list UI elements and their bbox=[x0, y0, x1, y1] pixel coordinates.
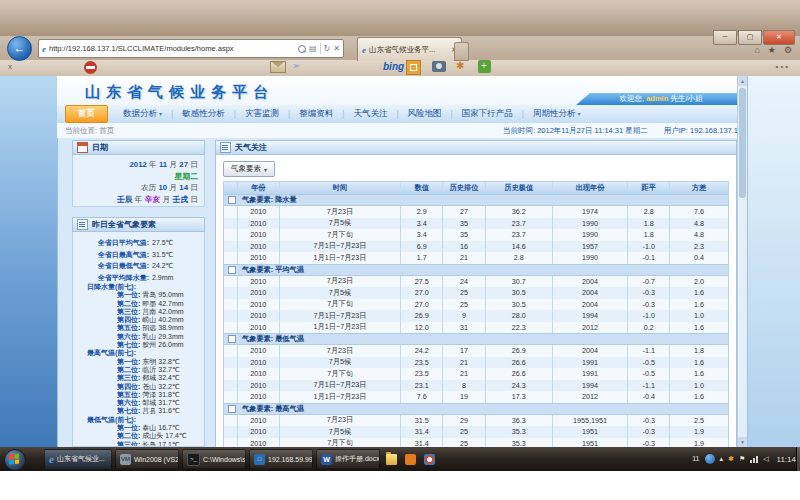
breadcrumb: 当前位置: 首页 bbox=[65, 126, 114, 136]
column-header[interactable] bbox=[224, 182, 238, 194]
table-row[interactable]: 20107月23日2.92736.219742.87.6 bbox=[224, 206, 728, 218]
volume-icon[interactable]: ◁ bbox=[763, 454, 768, 464]
table-row[interactable]: 20107月1日~7月23日23.1824.31994-1.11.0 bbox=[224, 380, 728, 392]
stop-icon[interactable]: ✕ bbox=[333, 45, 340, 53]
date-panel-header: 日期 bbox=[72, 140, 205, 155]
blocked-site-icon bbox=[84, 61, 97, 74]
chevron-down-icon: ▾ bbox=[159, 111, 162, 117]
close-button[interactable]: ✕ bbox=[763, 30, 795, 45]
nav-item-8[interactable]: 国家下行产品 bbox=[453, 108, 522, 120]
table-row[interactable]: 20101月1日~7月23日12.03122.320120.21.6 bbox=[224, 322, 728, 334]
table-row[interactable]: 20107月1日~7月23日6.91614.61957-1.02.3 bbox=[224, 241, 728, 253]
bing-logo[interactable]: bing bbox=[383, 61, 404, 72]
show-hidden-icons[interactable]: ▴ bbox=[720, 454, 724, 464]
address-bar[interactable]: e http://192.168.137.1/SLCCLIMATE/module… bbox=[38, 39, 344, 58]
scroll-up-icon[interactable]: ▲ bbox=[738, 76, 747, 86]
nav-item-5[interactable]: 整编资料 bbox=[290, 108, 342, 120]
main-navigation: 首页数据分析▾|敏感性分析|灾害监测|整编资料|天气关注|风险地图|国家下行产品… bbox=[57, 105, 746, 124]
row-lead-cell bbox=[224, 287, 238, 299]
snapshot-icon[interactable] bbox=[432, 61, 446, 72]
column-header[interactable]: 出现年份 bbox=[553, 182, 629, 194]
send-page-icon[interactable]: ➢ bbox=[292, 60, 300, 71]
table-cell: 2004 bbox=[553, 276, 629, 288]
column-header[interactable]: 距平 bbox=[628, 182, 670, 194]
taskbar-window-4[interactable]: □192.168.59.99... bbox=[249, 449, 313, 469]
table-row[interactable]: 20107月1日~7月23日26.9928.01994-1.01.0 bbox=[224, 310, 728, 322]
column-header[interactable]: 时间 bbox=[280, 182, 402, 194]
taskbar-window-3[interactable]: >_C:\Windows\s... bbox=[182, 449, 246, 469]
table-row[interactable]: 20107月5候27.02530.52004-0.31.6 bbox=[224, 287, 728, 299]
mail-icon[interactable] bbox=[270, 61, 286, 73]
table-row[interactable]: 20107月5候23.52126.61991-0.51.6 bbox=[224, 357, 728, 369]
network-icon[interactable] bbox=[750, 455, 758, 463]
tab-title[interactable]: 山东省气候业务平... bbox=[369, 45, 448, 55]
table-row[interactable]: 20107月23日31.52936.31955,1951-0.32.5 bbox=[224, 415, 728, 427]
pinned-app-icon[interactable] bbox=[405, 454, 416, 465]
row-lead-cell bbox=[224, 252, 238, 264]
column-header[interactable]: 方差 bbox=[670, 182, 728, 194]
table-row[interactable]: 20101月1日~7月23日7.61917.32012-0.41.6 bbox=[224, 391, 728, 403]
group-checkbox[interactable] bbox=[228, 405, 236, 413]
more-options-icon[interactable]: ••• bbox=[776, 62, 790, 71]
url-text[interactable]: http://192.168.137.1/SLCCLIMATE/modules/… bbox=[49, 44, 295, 53]
table-row[interactable]: 20107月5候31.42535.31951-0.31.9 bbox=[224, 426, 728, 438]
quick-launch-icon[interactable] bbox=[30, 454, 41, 465]
nav-item-4[interactable]: 灾害监测 bbox=[236, 108, 288, 120]
action-center-flag-icon[interactable]: ⚑ bbox=[739, 454, 745, 464]
nav-item-2[interactable]: 数据分析▾ bbox=[114, 108, 171, 120]
taskbar-window-1[interactable]: e山东省气候业... bbox=[44, 449, 112, 469]
element-filter-button[interactable]: 气象要素 ▾ bbox=[223, 161, 275, 177]
group-checkbox[interactable] bbox=[228, 196, 236, 204]
window-controls: ─ ▢ ✕ bbox=[713, 30, 795, 45]
table-row[interactable]: 20101月1日~7月23日1.7212.81990-0.10.4 bbox=[224, 252, 728, 264]
column-header[interactable]: 历史排位 bbox=[443, 182, 486, 194]
column-header[interactable]: 数值 bbox=[401, 182, 443, 194]
table-row[interactable]: 20107月23日27.52430.72004-0.72.0 bbox=[224, 276, 728, 288]
table-cell: 31.4 bbox=[401, 426, 443, 438]
explorer-folder-icon[interactable] bbox=[386, 454, 397, 465]
table-row[interactable]: 20107月下旬27.02530.52004-0.31.6 bbox=[224, 299, 728, 311]
clock[interactable]: 11:14 bbox=[777, 455, 796, 464]
table-row[interactable]: 20107月下旬23.52126.61991-0.51.6 bbox=[224, 368, 728, 380]
column-header[interactable]: 年份 bbox=[238, 182, 280, 194]
nav-item-3[interactable]: 敏感性分析 bbox=[173, 108, 234, 120]
scroll-down-icon[interactable]: ▼ bbox=[738, 437, 747, 447]
refresh-icon[interactable]: ↻ bbox=[324, 45, 331, 53]
group-checkbox[interactable] bbox=[228, 335, 236, 343]
close-pane-icon[interactable]: x bbox=[8, 62, 12, 71]
settings-gear-icon[interactable]: ⚙ bbox=[784, 45, 792, 55]
media-player-icon[interactable] bbox=[424, 454, 435, 465]
nav-item-1[interactable]: 首页 bbox=[65, 105, 108, 123]
scrollbar-thumb[interactable] bbox=[739, 88, 746, 198]
new-tab-button[interactable] bbox=[454, 42, 469, 61]
minimize-button[interactable]: ─ bbox=[713, 30, 737, 45]
nav-item-6[interactable]: 天气关注 bbox=[344, 108, 396, 120]
table-row[interactable]: 20107月5候3.43523.719901.84.8 bbox=[224, 218, 728, 230]
paw-addon-icon[interactable]: ✱ bbox=[456, 60, 464, 71]
vertical-scrollbar[interactable]: ▲ ▼ bbox=[737, 76, 747, 447]
home-icon[interactable]: ⌂ bbox=[754, 45, 759, 55]
nav-item-7[interactable]: 风险地图 bbox=[399, 108, 451, 120]
compatibility-view-icon[interactable]: ▤ bbox=[309, 45, 317, 53]
taskbar-window-5[interactable]: W操作手册.docx ... bbox=[316, 449, 380, 469]
group-checkbox[interactable] bbox=[228, 266, 236, 274]
table-row[interactable]: 20107月23日24.21726.92004-1.11.8 bbox=[224, 345, 728, 357]
search-icon[interactable] bbox=[298, 45, 306, 53]
favorites-star-icon[interactable]: ★ bbox=[768, 45, 776, 55]
row-lead-cell bbox=[224, 345, 238, 357]
show-desktop-button[interactable] bbox=[796, 447, 800, 471]
rdp-icon: □ bbox=[254, 454, 265, 465]
back-button[interactable]: ← bbox=[7, 36, 32, 61]
nav-item-9[interactable]: 周期性分析▾ bbox=[524, 108, 590, 120]
tray-app-icon[interactable] bbox=[705, 454, 715, 464]
addon-puzzle-icon[interactable] bbox=[478, 60, 491, 73]
taskbar-window-2[interactable]: VMWin2008 (VS2... bbox=[115, 449, 179, 469]
column-header[interactable]: 历史极值 bbox=[486, 182, 553, 194]
table-cell: -1.0 bbox=[628, 310, 670, 322]
tray-alert-icon[interactable]: ✱ bbox=[728, 454, 734, 464]
maximize-button[interactable]: ▢ bbox=[738, 30, 762, 45]
browser-tab[interactable]: e 山东省气候业务平... ✕ bbox=[357, 37, 462, 61]
table-row[interactable]: 20107月下旬3.43523.719901.84.8 bbox=[224, 229, 728, 241]
date-line: 2012 年 11 月 27 日 bbox=[73, 159, 198, 171]
table-cell: 19 bbox=[443, 391, 486, 403]
